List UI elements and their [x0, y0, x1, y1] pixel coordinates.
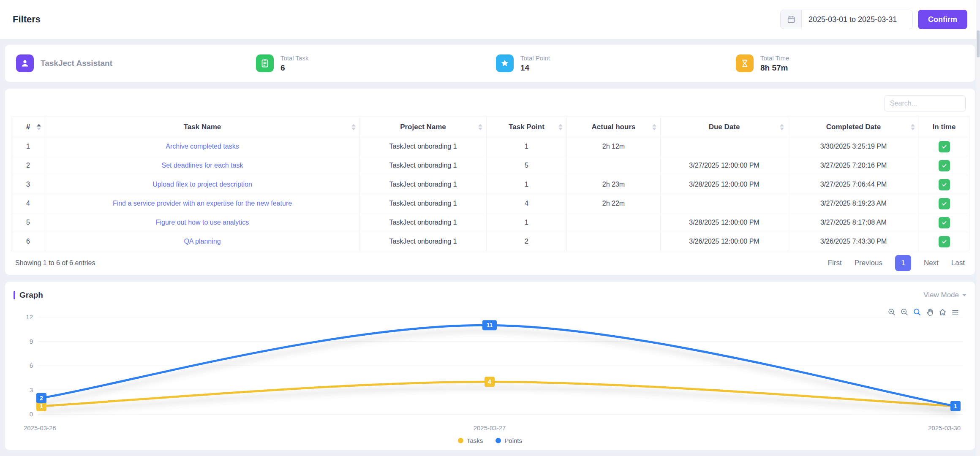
sort-icon	[911, 124, 915, 130]
cell-completed: 3/27/2025 8:17:08 AM	[788, 213, 919, 232]
cell-point: 5	[487, 156, 567, 175]
sort-icon	[780, 124, 784, 130]
legend-item-points[interactable]: Points	[495, 437, 522, 444]
cell-due: 3/26/2025 12:00:00 PM	[661, 232, 788, 251]
stats-bar: TaskJect Assistant Total Task 6 Total Po…	[5, 45, 975, 82]
cell-task: Figure out how to use analytics	[45, 213, 360, 232]
search-input[interactable]	[885, 95, 966, 111]
cell-project: TaskJect onborading 1	[360, 137, 487, 156]
pagination-first[interactable]: First	[828, 259, 842, 267]
svg-text:12: 12	[26, 313, 33, 320]
chart-area[interactable]: 0369122025-03-262025-03-272025-03-301412…	[14, 308, 966, 434]
column-header-in-time[interactable]: In time	[919, 117, 969, 137]
sort-icon	[351, 124, 356, 130]
entries-summary: Showing 1 to 6 of 6 entries	[15, 259, 95, 267]
cell-due	[661, 194, 788, 213]
graph-title: Graph	[14, 290, 43, 300]
chevron-down-icon	[962, 294, 966, 296]
pagination: First Previous 1 Next Last	[828, 255, 965, 271]
task-link[interactable]: Figure out how to use analytics	[156, 219, 249, 226]
column-header-project-name[interactable]: Project Name	[360, 117, 487, 137]
in-time-badge	[939, 217, 950, 228]
cell-num: 1	[11, 137, 45, 156]
home-icon[interactable]	[938, 308, 947, 317]
legend-item-tasks[interactable]: Tasks	[458, 437, 483, 444]
cell-task: Archive completed tasks	[45, 137, 360, 156]
chart-legend: TasksPoints	[14, 434, 966, 447]
legend-dot	[458, 438, 463, 443]
confirm-button[interactable]: Confirm	[918, 10, 967, 29]
pan-icon[interactable]	[926, 308, 934, 317]
accent-bar	[14, 291, 15, 299]
cell-hours	[567, 213, 661, 232]
in-time-badge	[939, 160, 950, 171]
cell-num: 5	[11, 213, 45, 232]
task-link[interactable]: QA planning	[184, 238, 220, 245]
menu-icon[interactable]	[951, 308, 960, 317]
pagination-previous[interactable]: Previous	[855, 259, 882, 267]
task-table-card: #Task NameProject NameTask PointActual h…	[5, 89, 975, 275]
pagination-page-1[interactable]: 1	[895, 255, 911, 271]
cell-in-time	[919, 232, 969, 251]
task-link[interactable]: Archive completed tasks	[166, 143, 239, 150]
legend-dot	[495, 438, 501, 443]
table-row: 5Figure out how to use analyticsTaskJect…	[11, 213, 969, 232]
svg-text:2025-03-26: 2025-03-26	[24, 424, 56, 432]
svg-text:1: 1	[954, 403, 957, 410]
column-header-completed-date[interactable]: Completed Date	[788, 117, 919, 137]
zoom-out-icon[interactable]	[900, 308, 909, 317]
task-link[interactable]: Find a service provider with an expertis…	[113, 200, 292, 207]
table-body: 1Archive completed tasksTaskJect onborad…	[11, 137, 969, 251]
task-link[interactable]: Upload filex to project description	[152, 181, 252, 188]
cell-project: TaskJect onborading 1	[360, 194, 487, 213]
table-row: 6QA planningTaskJect onborading 123/26/2…	[11, 232, 969, 251]
filter-bar: Filters Confirm	[0, 0, 980, 39]
scrollbar-thumb[interactable]	[977, 30, 980, 57]
svg-text:9: 9	[30, 338, 33, 345]
total-time-value: 8h 57m	[760, 63, 789, 73]
svg-text:1: 1	[40, 403, 43, 410]
cell-num: 2	[11, 156, 45, 175]
column-header--[interactable]: #	[11, 117, 45, 137]
page-scrollbar[interactable]	[976, 0, 980, 456]
table-row: 3Upload filex to project descriptionTask…	[11, 175, 969, 194]
column-header-task-point[interactable]: Task Point	[487, 117, 567, 137]
view-mode-dropdown[interactable]: View Mode	[923, 291, 966, 299]
cell-completed: 3/30/2025 3:25:19 PM	[788, 137, 919, 156]
total-task-label: Total Task	[280, 54, 308, 62]
cell-project: TaskJect onborading 1	[360, 175, 487, 194]
cell-completed: 3/27/2025 8:19:23 AM	[788, 194, 919, 213]
cell-task: Upload filex to project description	[45, 175, 360, 194]
selection-zoom-icon[interactable]	[913, 308, 922, 317]
in-time-badge	[939, 141, 950, 152]
cell-project: TaskJect onborading 1	[360, 232, 487, 251]
cell-hours: 2h 23m	[567, 175, 661, 194]
total-time-label: Total Time	[760, 54, 789, 62]
cell-in-time	[919, 194, 969, 213]
column-header-actual-hours[interactable]: Actual hours	[567, 117, 661, 137]
column-header-task-name[interactable]: Task Name	[45, 117, 360, 137]
table-row: 4Find a service provider with an experti…	[11, 194, 969, 213]
cell-in-time	[919, 137, 969, 156]
cell-due: 3/28/2025 12:00:00 PM	[661, 175, 788, 194]
task-link[interactable]: Set deadlines for each task	[161, 162, 243, 169]
column-header-due-date[interactable]: Due Date	[661, 117, 788, 137]
cell-point: 1	[487, 213, 567, 232]
svg-text:3: 3	[30, 386, 33, 394]
sort-icon	[558, 124, 563, 130]
svg-text:4: 4	[488, 378, 491, 385]
in-time-badge	[939, 198, 950, 209]
graph-card: Graph View Mode	[5, 282, 975, 450]
assistant-stat: TaskJect Assistant	[10, 54, 250, 72]
sort-icon	[478, 124, 482, 130]
pagination-last[interactable]: Last	[951, 259, 965, 267]
calendar-button[interactable]	[781, 10, 802, 29]
total-task-value: 6	[280, 63, 308, 73]
pagination-next[interactable]: Next	[924, 259, 939, 267]
svg-text:0: 0	[30, 410, 33, 418]
date-range-input[interactable]	[802, 10, 912, 29]
cell-completed: 3/27/2025 7:20:16 PM	[788, 156, 919, 175]
zoom-in-icon[interactable]	[887, 308, 896, 317]
in-time-badge	[939, 236, 950, 247]
cell-hours: 2h 22m	[567, 194, 661, 213]
